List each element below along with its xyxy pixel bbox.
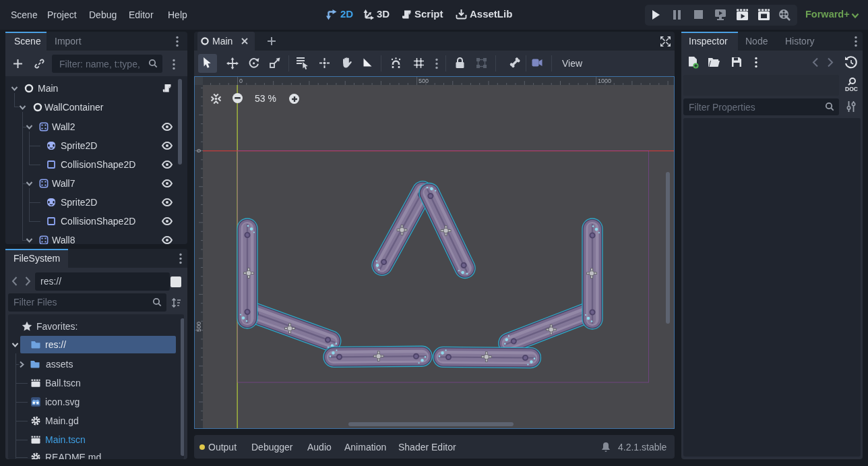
svg-text:0: 0 bbox=[239, 78, 243, 84]
svg-text:0: 0 bbox=[195, 149, 202, 152]
svg-text:500: 500 bbox=[195, 322, 202, 332]
svg-text:1000: 1000 bbox=[598, 78, 611, 84]
svg-text:DOC: DOC bbox=[845, 86, 858, 92]
svg-text:500: 500 bbox=[418, 78, 429, 84]
